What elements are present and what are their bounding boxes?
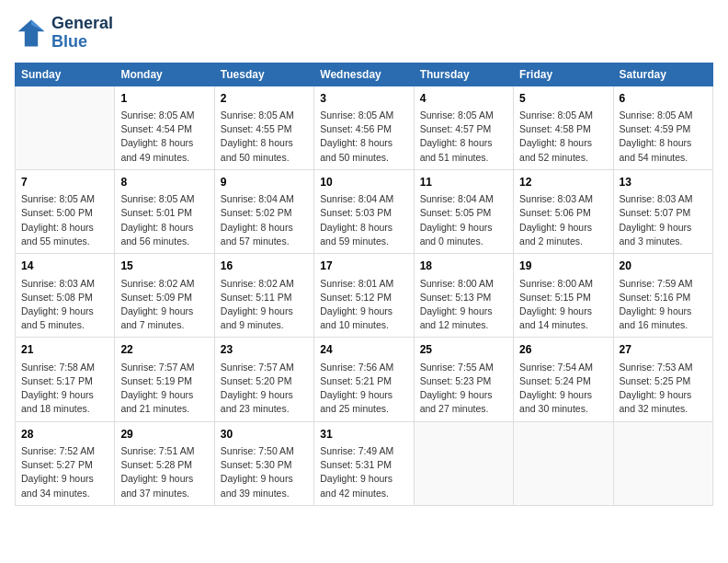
logo-text: General Blue <box>51 15 113 52</box>
calendar-cell <box>414 421 513 505</box>
calendar-cell: 18Sunrise: 8:00 AMSunset: 5:13 PMDayligh… <box>414 254 513 338</box>
calendar-cell: 4Sunrise: 8:05 AMSunset: 4:57 PMDaylight… <box>414 86 513 169</box>
day-number: 25 <box>420 342 507 358</box>
day-info: Sunrise: 8:05 AMSunset: 4:54 PMDaylight:… <box>120 109 208 165</box>
calendar-cell <box>613 421 712 505</box>
day-info: Sunrise: 7:51 AMSunset: 5:28 PMDaylight:… <box>120 444 208 500</box>
weekday-header: Monday <box>115 63 214 86</box>
day-number: 6 <box>620 91 707 107</box>
day-number: 4 <box>420 91 507 107</box>
calendar-cell: 20Sunrise: 7:59 AMSunset: 5:16 PMDayligh… <box>613 254 712 338</box>
calendar-cell: 14Sunrise: 8:03 AMSunset: 5:08 PMDayligh… <box>16 254 115 338</box>
day-number: 17 <box>320 259 407 274</box>
day-number: 19 <box>519 259 607 274</box>
calendar-cell: 7Sunrise: 8:05 AMSunset: 5:00 PMDaylight… <box>16 169 115 253</box>
weekday-header: Sunday <box>16 63 115 86</box>
day-number: 2 <box>221 91 308 107</box>
day-number: 14 <box>21 259 108 274</box>
day-number: 27 <box>620 342 707 358</box>
day-info: Sunrise: 8:04 AMSunset: 5:05 PMDaylight:… <box>420 192 507 248</box>
day-info: Sunrise: 8:02 AMSunset: 5:09 PMDaylight:… <box>120 277 208 333</box>
day-info: Sunrise: 8:02 AMSunset: 5:11 PMDaylight:… <box>221 277 308 333</box>
day-info: Sunrise: 8:05 AMSunset: 4:57 PMDaylight:… <box>420 109 507 165</box>
day-info: Sunrise: 8:03 AMSunset: 5:07 PMDaylight:… <box>620 192 707 248</box>
day-info: Sunrise: 8:00 AMSunset: 5:13 PMDaylight:… <box>420 277 507 333</box>
day-info: Sunrise: 7:57 AMSunset: 5:20 PMDaylight:… <box>221 361 308 417</box>
day-number: 8 <box>120 175 208 190</box>
day-number: 9 <box>221 175 308 190</box>
day-info: Sunrise: 8:04 AMSunset: 5:03 PMDaylight:… <box>320 192 407 248</box>
calendar-cell: 3Sunrise: 8:05 AMSunset: 4:56 PMDaylight… <box>314 86 414 169</box>
day-number: 13 <box>620 175 707 190</box>
day-number: 21 <box>21 342 108 358</box>
day-number: 23 <box>221 342 308 358</box>
day-info: Sunrise: 7:52 AMSunset: 5:27 PMDaylight:… <box>21 444 108 500</box>
day-info: Sunrise: 8:00 AMSunset: 5:15 PMDaylight:… <box>519 277 607 333</box>
day-info: Sunrise: 8:05 AMSunset: 4:58 PMDaylight:… <box>519 109 607 165</box>
calendar-cell: 15Sunrise: 8:02 AMSunset: 5:09 PMDayligh… <box>115 254 214 338</box>
day-info: Sunrise: 8:05 AMSunset: 4:56 PMDaylight:… <box>320 109 407 165</box>
calendar-cell <box>514 421 613 505</box>
calendar-cell: 22Sunrise: 7:57 AMSunset: 5:19 PMDayligh… <box>115 338 214 421</box>
day-info: Sunrise: 8:05 AMSunset: 4:59 PMDaylight:… <box>620 109 707 165</box>
calendar-cell: 9Sunrise: 8:04 AMSunset: 5:02 PMDaylight… <box>214 169 313 253</box>
day-info: Sunrise: 7:49 AMSunset: 5:31 PMDaylight:… <box>320 444 407 500</box>
calendar-cell: 24Sunrise: 7:56 AMSunset: 5:21 PMDayligh… <box>314 338 414 421</box>
day-number: 30 <box>221 427 308 442</box>
page-header: General Blue <box>15 15 713 52</box>
day-info: Sunrise: 7:55 AMSunset: 5:23 PMDaylight:… <box>420 361 507 417</box>
weekday-header: Tuesday <box>214 63 313 86</box>
calendar-week-row: 28Sunrise: 7:52 AMSunset: 5:27 PMDayligh… <box>16 421 713 505</box>
weekday-header: Thursday <box>414 63 513 86</box>
weekday-header: Friday <box>514 63 613 86</box>
day-number: 3 <box>320 91 407 107</box>
day-info: Sunrise: 7:57 AMSunset: 5:19 PMDaylight:… <box>120 361 208 417</box>
day-info: Sunrise: 7:53 AMSunset: 5:25 PMDaylight:… <box>620 361 707 417</box>
calendar-cell: 11Sunrise: 8:04 AMSunset: 5:05 PMDayligh… <box>414 169 513 253</box>
day-info: Sunrise: 7:50 AMSunset: 5:30 PMDaylight:… <box>221 444 308 500</box>
calendar-cell: 2Sunrise: 8:05 AMSunset: 4:55 PMDaylight… <box>214 86 313 169</box>
calendar-cell: 19Sunrise: 8:00 AMSunset: 5:15 PMDayligh… <box>514 254 613 338</box>
day-number: 1 <box>120 91 208 107</box>
day-number: 29 <box>120 427 208 442</box>
calendar-cell: 28Sunrise: 7:52 AMSunset: 5:27 PMDayligh… <box>16 421 115 505</box>
day-number: 16 <box>221 259 308 274</box>
calendar-cell: 25Sunrise: 7:55 AMSunset: 5:23 PMDayligh… <box>414 338 513 421</box>
day-number: 24 <box>320 342 407 358</box>
day-info: Sunrise: 8:05 AMSunset: 5:01 PMDaylight:… <box>120 192 208 248</box>
calendar-week-row: 21Sunrise: 7:58 AMSunset: 5:17 PMDayligh… <box>16 338 713 421</box>
day-number: 15 <box>120 259 208 274</box>
calendar-table: SundayMondayTuesdayWednesdayThursdayFrid… <box>15 63 713 506</box>
day-number: 28 <box>21 427 108 442</box>
day-number: 11 <box>420 175 507 190</box>
weekday-header: Saturday <box>613 63 712 86</box>
calendar-cell: 6Sunrise: 8:05 AMSunset: 4:59 PMDaylight… <box>613 86 712 169</box>
calendar-cell <box>16 86 115 169</box>
calendar-week-row: 7Sunrise: 8:05 AMSunset: 5:00 PMDaylight… <box>16 169 713 253</box>
day-info: Sunrise: 7:56 AMSunset: 5:21 PMDaylight:… <box>320 361 407 417</box>
calendar-week-row: 14Sunrise: 8:03 AMSunset: 5:08 PMDayligh… <box>16 254 713 338</box>
calendar-cell: 5Sunrise: 8:05 AMSunset: 4:58 PMDaylight… <box>514 86 613 169</box>
calendar-week-row: 1Sunrise: 8:05 AMSunset: 4:54 PMDaylight… <box>16 86 713 169</box>
calendar-cell: 10Sunrise: 8:04 AMSunset: 5:03 PMDayligh… <box>314 169 414 253</box>
day-number: 10 <box>320 175 407 190</box>
weekday-header: Wednesday <box>314 63 414 86</box>
calendar-cell: 29Sunrise: 7:51 AMSunset: 5:28 PMDayligh… <box>115 421 214 505</box>
calendar-cell: 8Sunrise: 8:05 AMSunset: 5:01 PMDaylight… <box>115 169 214 253</box>
calendar-cell: 26Sunrise: 7:54 AMSunset: 5:24 PMDayligh… <box>514 338 613 421</box>
calendar-cell: 21Sunrise: 7:58 AMSunset: 5:17 PMDayligh… <box>16 338 115 421</box>
calendar-cell: 31Sunrise: 7:49 AMSunset: 5:31 PMDayligh… <box>314 421 414 505</box>
day-number: 22 <box>120 342 208 358</box>
calendar-cell: 23Sunrise: 7:57 AMSunset: 5:20 PMDayligh… <box>214 338 313 421</box>
day-info: Sunrise: 7:58 AMSunset: 5:17 PMDaylight:… <box>21 361 108 417</box>
calendar-cell: 1Sunrise: 8:05 AMSunset: 4:54 PMDaylight… <box>115 86 214 169</box>
day-info: Sunrise: 8:03 AMSunset: 5:06 PMDaylight:… <box>519 192 607 248</box>
day-info: Sunrise: 7:54 AMSunset: 5:24 PMDaylight:… <box>519 361 607 417</box>
day-number: 26 <box>519 342 607 358</box>
day-number: 7 <box>21 175 108 190</box>
logo: General Blue <box>15 15 113 52</box>
calendar-cell: 27Sunrise: 7:53 AMSunset: 5:25 PMDayligh… <box>613 338 712 421</box>
calendar-cell: 30Sunrise: 7:50 AMSunset: 5:30 PMDayligh… <box>214 421 313 505</box>
day-number: 5 <box>519 91 607 107</box>
day-number: 12 <box>519 175 607 190</box>
